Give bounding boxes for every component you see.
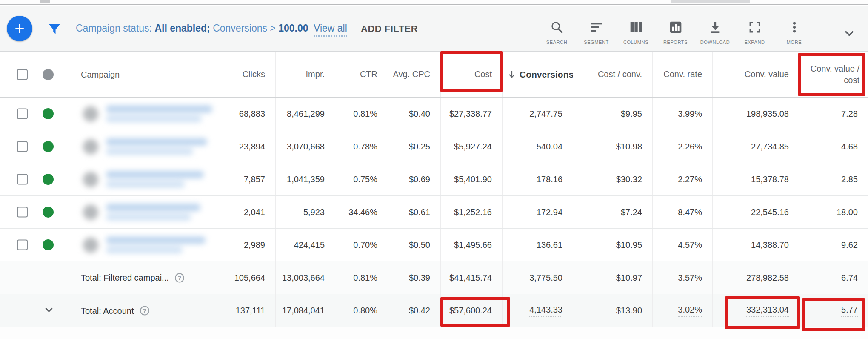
conv-value-per-cost-value: 2.85 <box>799 163 868 195</box>
filter-campaign-status-value: All enabled <box>154 23 207 34</box>
ctr-value: 0.81% <box>335 98 388 130</box>
conversions-value: 540.04 <box>502 130 573 163</box>
filter-campaign-status-label: Campaign status: <box>76 23 154 34</box>
filter-toolbar: + Campaign status: All enabled; Conversi… <box>0 6 868 51</box>
select-all-checkbox[interactable] <box>17 69 28 80</box>
campaigns-table: Campaign Clicks Impr. CTR Avg. CPC Cost … <box>0 51 868 328</box>
table-row: 2,989 424,415 0.70% $0.50 $1,495.66 136.… <box>0 229 868 261</box>
column-header-conversions[interactable]: Conversions <box>502 52 573 97</box>
column-header-conv-rate[interactable]: Conv. rate <box>652 52 712 97</box>
ctr-value: 0.78% <box>335 130 388 163</box>
campaign-cell[interactable] <box>0 98 228 130</box>
row-checkbox[interactable] <box>17 240 28 250</box>
toolbar-divider <box>825 18 825 46</box>
ctr-value: 0.70% <box>335 229 388 261</box>
avg-cpc-total: $0.39 <box>388 261 440 294</box>
expand-row-chevron-icon[interactable] <box>43 303 55 318</box>
download-button[interactable]: DOWNLOAD <box>695 18 735 45</box>
row-checkbox[interactable] <box>17 174 28 185</box>
view-all-link[interactable]: View all <box>314 23 347 37</box>
table-header-row: Campaign Clicks Impr. CTR Avg. CPC Cost … <box>0 52 868 98</box>
conv-rate-value: 2.27% <box>652 163 712 195</box>
status-enabled-icon <box>43 239 54 250</box>
help-icon[interactable]: ? <box>175 273 184 282</box>
campaign-name-redacted <box>83 204 200 221</box>
collapse-toolbar-button[interactable] <box>842 26 857 43</box>
total-filtered-row: Total: Filtered campai... ? 105,664 13,0… <box>0 261 868 294</box>
cost-per-conv-total: $13.90 <box>573 294 652 327</box>
download-icon <box>708 18 722 36</box>
column-header-clicks[interactable]: Clicks <box>228 52 275 97</box>
column-header-impr[interactable]: Impr. <box>275 52 335 97</box>
campaign-cell[interactable] <box>0 229 228 261</box>
clicks-value: 23,894 <box>228 130 275 163</box>
row-checkbox[interactable] <box>17 109 28 119</box>
impr-value: 8,461,299 <box>275 98 335 130</box>
annotation-box-conv-value-total <box>725 296 800 329</box>
conv-rate-total: 3.02% <box>652 294 712 327</box>
more-icon <box>788 18 801 36</box>
cost-per-conv-value: $7.24 <box>573 196 652 228</box>
columns-button[interactable]: COLUMNS <box>616 18 656 45</box>
cost-per-conv-value: $10.98 <box>573 130 652 163</box>
more-button[interactable]: MORE <box>774 18 814 45</box>
conv-value-value: 27,734.85 <box>712 130 799 163</box>
column-header-ctr[interactable]: CTR <box>335 52 388 97</box>
column-header-avg-cpc[interactable]: Avg. CPC <box>388 52 440 97</box>
cost-value: $5,401.90 <box>440 163 502 195</box>
column-header-campaign[interactable]: Campaign <box>81 69 120 79</box>
add-filter-button[interactable]: ADD FILTER <box>361 23 418 34</box>
total-filtered-label-cell: Total: Filtered campai... ? <box>0 261 228 294</box>
avg-cpc-total: $0.42 <box>388 294 440 327</box>
impr-total: 17,084,041 <box>275 294 335 327</box>
total-filtered-label: Total: Filtered campai... <box>81 273 169 283</box>
conv-value-value: 14,388.70 <box>712 229 799 261</box>
filter-conversions-label: Conversions > <box>213 23 278 34</box>
conversions-total: 4,143.33 <box>502 294 573 327</box>
status-dot-header-icon[interactable] <box>43 69 54 80</box>
column-header-conv-value[interactable]: Conv. value <box>712 52 799 97</box>
conv-rate-value: 2.26% <box>652 130 712 163</box>
clicks-value: 2,989 <box>228 229 275 261</box>
applied-filters-text[interactable]: Campaign status: All enabled; Conversion… <box>76 23 308 34</box>
status-enabled-icon <box>43 141 54 152</box>
conv-value-per-cost-value: 4.68 <box>799 130 868 163</box>
conv-value-value: 15,378.78 <box>712 163 799 195</box>
impr-value: 3,070,668 <box>275 130 335 163</box>
filter-funnel-icon[interactable] <box>48 23 61 38</box>
annotation-box-cost-header <box>440 51 503 92</box>
campaign-cell[interactable] <box>0 196 228 228</box>
add-campaign-button[interactable]: + <box>7 16 32 41</box>
conv-value-per-cost-total: 6.74 <box>799 261 868 294</box>
row-checkbox[interactable] <box>17 207 28 218</box>
reports-button[interactable]: REPORTS <box>656 18 695 45</box>
impr-value: 5,923 <box>275 196 335 228</box>
impr-total: 13,003,664 <box>275 261 335 294</box>
expand-button[interactable]: EXPAND <box>735 18 774 45</box>
segment-button[interactable]: SEGMENT <box>577 18 616 45</box>
ctr-value: 34.46% <box>335 196 388 228</box>
cost-value: $1,252.16 <box>440 196 502 228</box>
sort-descending-icon <box>507 69 517 80</box>
row-checkbox[interactable] <box>17 141 28 152</box>
campaign-cell[interactable] <box>0 163 228 195</box>
search-button[interactable]: SEARCH <box>537 18 577 45</box>
reports-icon <box>669 18 682 36</box>
cost-per-conv-value: $9.95 <box>573 98 652 130</box>
conv-rate-value: 4.57% <box>652 229 712 261</box>
clicks-value: 68,883 <box>228 98 275 130</box>
annotation-box-conv-value-per-cost-total <box>802 298 865 331</box>
table-row: 68,883 8,461,299 0.81% $0.40 $27,338.77 … <box>0 98 868 130</box>
table-row: 23,894 3,070,668 0.78% $0.25 $5,927.24 5… <box>0 130 868 163</box>
conv-rate-value: 8.47% <box>652 196 712 228</box>
column-header-cost-per-conv[interactable]: Cost / conv. <box>573 52 652 97</box>
conv-value-value: 198,935.08 <box>712 98 799 130</box>
total-account-label: Total: Account <box>81 306 134 316</box>
plus-icon: + <box>14 19 24 38</box>
help-icon[interactable]: ? <box>140 306 149 316</box>
campaign-cell[interactable] <box>0 130 228 163</box>
conversions-value: 136.61 <box>502 229 573 261</box>
cost-value: $27,338.77 <box>440 98 502 130</box>
toolbar-actions: SEARCH SEGMENT COLUMNS REPORTS <box>537 18 814 45</box>
cost-value: $5,927.24 <box>440 130 502 163</box>
